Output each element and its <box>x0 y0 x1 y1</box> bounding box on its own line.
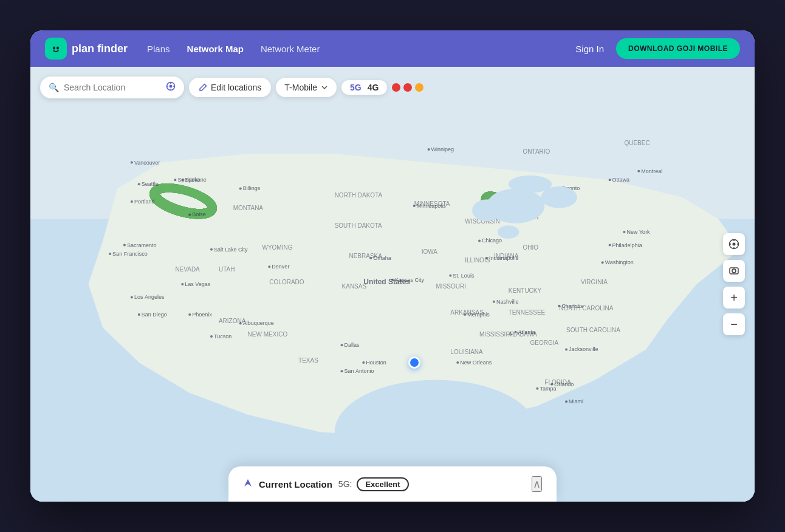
map-canvas <box>30 67 755 502</box>
dot-red-1 <box>392 83 400 92</box>
locate-me-button[interactable] <box>723 233 745 255</box>
dots-area <box>392 83 423 92</box>
screenshot-button[interactable] <box>723 260 745 282</box>
logo-area: plan finder <box>45 38 128 60</box>
map-toolbar: 🔍 Edit locations <box>40 77 423 98</box>
5g-label: 5G <box>350 83 362 92</box>
carrier-dropdown[interactable]: T-Mobile <box>276 78 337 97</box>
signal-info: 5G: Excellent <box>338 477 409 491</box>
map-area[interactable]: 🔍 Edit locations <box>30 67 755 502</box>
nav-network-meter[interactable]: Network Meter <box>261 44 320 54</box>
bottom-panel: Current Location 5G: Excellent ∧ <box>228 466 557 502</box>
signal-quality-badge: Excellent <box>357 477 408 491</box>
svg-point-10 <box>733 243 736 246</box>
dot-orange <box>415 83 423 92</box>
signal-toggle[interactable]: 5G 4G <box>341 80 387 95</box>
navbar: plan finder Plans Network Map Network Me… <box>30 30 755 67</box>
location-label: Current Location <box>259 479 332 489</box>
svg-point-1 <box>53 47 55 50</box>
download-button[interactable]: DOWNLOAD GOJI MOBILE <box>616 38 740 59</box>
zoom-in-button[interactable]: + <box>723 287 745 309</box>
map-controls: + − <box>723 233 745 335</box>
location-arrow-icon <box>243 478 253 490</box>
4g-label: 4G <box>368 83 379 92</box>
svg-point-16 <box>732 269 736 273</box>
svg-point-2 <box>57 47 59 50</box>
device-frame: plan finder Plans Network Map Network Me… <box>30 30 755 502</box>
location-info: Current Location 5G: Excellent <box>243 477 409 491</box>
edit-locations-button[interactable]: Edit locations <box>189 78 271 97</box>
svg-point-4 <box>170 85 173 88</box>
nav-network-map[interactable]: Network Map <box>187 44 244 54</box>
nav-plans[interactable]: Plans <box>147 44 170 54</box>
search-icon: 🔍 <box>49 83 59 92</box>
location-pin <box>408 356 420 369</box>
logo-icon <box>45 38 67 60</box>
nav-links: Plans Network Map Network Meter <box>147 44 556 54</box>
search-box: 🔍 <box>40 77 184 98</box>
sign-in-button[interactable]: Sign In <box>575 44 604 54</box>
current-location-button[interactable] <box>166 81 176 94</box>
signal-type: 5G: <box>338 479 352 489</box>
nav-right: Sign In DOWNLOAD GOJI MOBILE <box>575 38 740 59</box>
svg-point-0 <box>50 43 62 55</box>
expand-panel-button[interactable]: ∧ <box>532 476 542 492</box>
logo-text: plan finder <box>72 43 128 55</box>
dot-red-2 <box>403 83 412 92</box>
search-input[interactable] <box>64 83 161 92</box>
zoom-out-button[interactable]: − <box>723 313 745 335</box>
